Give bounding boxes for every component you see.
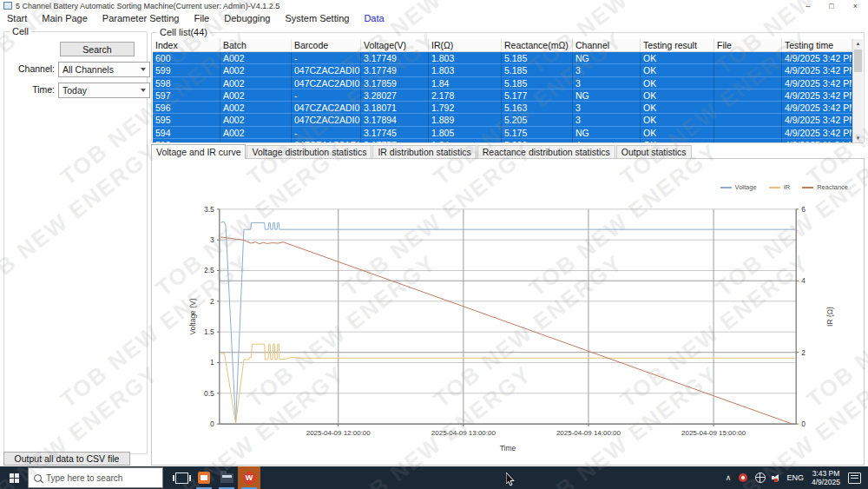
table-row[interactable]: 597A002-3.280272.1785.177NGOK4/9/2025 3:… <box>153 89 852 102</box>
right-panel: Cell list(44) IndexBatchBarcodeVoltage(V… <box>149 24 868 466</box>
cell-voltage-v: 3.18071 <box>361 102 429 114</box>
minimize-button[interactable]: – <box>806 2 810 10</box>
channel-select[interactable]: All Channels <box>58 62 150 77</box>
search-button[interactable]: Search <box>60 42 135 56</box>
table-row-partial[interactable]: 593-047CZA1C2ADI05...3.177571.845.0664OK… <box>153 139 852 142</box>
svg-text:2025-04-09 14:00:00: 2025-04-09 14:00:00 <box>556 429 621 437</box>
column-header-testing-time[interactable]: Testing time <box>782 39 852 52</box>
cell-index: 599 <box>153 64 220 76</box>
table-row[interactable]: 598A002047CZAC2ADI05...3.178591.845.1853… <box>153 77 852 89</box>
column-header-index[interactable]: Index <box>153 39 220 52</box>
cell-ir: 2.178 <box>429 89 502 102</box>
table-row[interactable]: 599A002047CZAC2ADI05...3.177491.8035.185… <box>153 64 852 76</box>
close-button[interactable]: × <box>853 2 858 10</box>
channel-select-value: All Channels <box>62 64 114 75</box>
cell-testing-result: OK <box>641 52 714 64</box>
scroll-up-icon[interactable]: ▲ <box>853 39 863 48</box>
table-row[interactable]: 600A002-3.177491.8035.185NGOK4/9/2025 3:… <box>153 52 852 64</box>
svg-text:0: 0 <box>210 420 214 428</box>
cell-channel: NG <box>573 89 641 102</box>
chart-panel: 00.511.522.533.502462025-04-09 12:00:002… <box>151 158 865 466</box>
tab-output-statistics[interactable]: Output statistics <box>616 145 692 159</box>
cell-batch: A002 <box>220 127 292 139</box>
cell-testing-result: OK <box>641 64 714 76</box>
action-center-icon[interactable] <box>848 472 861 484</box>
clock-time: 3:43 PM <box>812 469 840 478</box>
tab-ir-distribution-statistics[interactable]: IR distribution statistics <box>372 145 476 159</box>
scroll-down-icon[interactable]: ▼ <box>853 134 863 142</box>
legend-item-reactance: Reactance <box>802 183 848 191</box>
maximize-button[interactable]: □ <box>829 2 833 10</box>
volume-muted-icon[interactable] <box>773 474 779 481</box>
start-button[interactable] <box>0 466 28 489</box>
cell-file <box>714 102 782 114</box>
presentation-app-icon <box>198 472 210 484</box>
menu-item-file[interactable]: File <box>194 13 209 23</box>
cell-ir: 1.792 <box>429 102 502 114</box>
table-scrollbar[interactable]: ▲ ▼ <box>852 39 863 142</box>
window-title: 5 Channel Battery Automatic Sorting Mach… <box>16 2 806 10</box>
series-ir <box>220 344 795 423</box>
taskbar-app-presentation[interactable] <box>193 466 215 489</box>
voltage-ir-chart: 00.511.522.533.502462025-04-09 12:00:002… <box>152 159 864 465</box>
cell-testing-time: 4/9/2025 3:42 PM <box>782 52 852 64</box>
cell-testing-time: 4/9/2025 3:42 PM <box>782 102 852 114</box>
cell-testing-time: 4/9/2025 3:42 PM <box>782 114 852 126</box>
legend-item-voltage: Voltage <box>720 183 757 191</box>
cell-groupbox: Cell Search Channel: All Channels Time: … <box>3 31 148 454</box>
table-row[interactable]: 594A002-3.177451.8055.175NGOK4/9/2025 3:… <box>153 127 852 139</box>
column-header-barcode[interactable]: Barcode <box>292 39 361 52</box>
cell-channel: NG <box>573 52 641 64</box>
scrollbar-thumb[interactable] <box>854 50 862 72</box>
column-header-ir[interactable]: IR(Ω) <box>429 39 502 52</box>
column-header-file[interactable]: File <box>714 39 782 52</box>
cell-file <box>714 64 782 76</box>
cell-file <box>714 52 782 64</box>
cell-testing-result: OK <box>641 89 714 102</box>
cell-voltage-v: 3.17749 <box>361 64 429 76</box>
tab-voltage-distribution-statistics[interactable]: Voltage distribution statistics <box>247 145 372 159</box>
svg-text:2.5: 2.5 <box>204 266 214 274</box>
svg-text:0: 0 <box>801 420 806 428</box>
menu-item-debugging[interactable]: Debugging <box>224 13 270 23</box>
taskbar-app-wps[interactable]: W <box>238 466 260 489</box>
menu-item-parameter-setting[interactable]: Parameter Setting <box>102 13 180 23</box>
network-icon[interactable] <box>755 472 766 483</box>
task-view-button[interactable] <box>170 466 193 489</box>
svg-text:2025-04-09 15:00:00: 2025-04-09 15:00:00 <box>681 429 746 437</box>
time-select[interactable]: Today <box>58 83 150 98</box>
legend-item-ir: IR <box>769 183 791 191</box>
menu-item-system-setting[interactable]: System Setting <box>285 13 349 23</box>
column-header-channel[interactable]: Channel <box>573 39 641 52</box>
app-icon <box>3 2 12 10</box>
cell-index: 593 <box>153 139 220 142</box>
menu-item-start[interactable]: Start <box>7 13 27 23</box>
system-tray: ∧ ENG 3:43 PM 4/9/2025 <box>726 469 868 486</box>
export-csv-button[interactable]: Output all data to CSV file <box>3 452 130 466</box>
tray-expand-icon[interactable]: ∧ <box>726 473 732 482</box>
table-row[interactable]: 595A002047CZAC2ADI05...3.178941.8895.205… <box>153 114 852 126</box>
series-reactance <box>220 237 792 424</box>
column-header-testing-result[interactable]: Testing result <box>641 39 714 52</box>
taskbar-app-file-explorer[interactable] <box>215 466 238 489</box>
taskbar-search[interactable]: Type here to search <box>28 467 163 488</box>
antivirus-tray-icon[interactable] <box>739 473 747 482</box>
cell-voltage-v: 3.17859 <box>361 77 429 89</box>
table-row[interactable]: 596A002047CZAC2ADI05...3.180711.7925.163… <box>153 102 852 114</box>
taskbar-clock[interactable]: 3:43 PM 4/9/2025 <box>812 469 840 486</box>
cell-ir: 1.84 <box>429 139 502 142</box>
column-header-batch[interactable]: Batch <box>220 39 292 52</box>
cell-index: 597 <box>153 89 220 102</box>
cell-barcode: 047CZAC2ADI05... <box>292 102 361 114</box>
cell-reactance-m: 5.205 <box>502 114 573 126</box>
cell-batch: A002 <box>220 77 292 89</box>
language-indicator[interactable]: ENG <box>786 473 804 482</box>
menu-item-main-page[interactable]: Main Page <box>42 13 88 23</box>
menu-item-data[interactable]: Data <box>364 13 384 23</box>
tab-reactance-distribution-statistics[interactable]: Reactance distribution statistics <box>477 145 615 159</box>
column-header-voltage-v[interactable]: Voltage(V) <box>361 39 429 52</box>
tab-voltage-and-ir-curve[interactable]: Voltage and IR curve <box>151 144 246 159</box>
cell-reactance-m: 5.185 <box>502 77 573 89</box>
column-header-reactance-m[interactable]: Reactance(mΩ) <box>502 39 573 52</box>
cell-batch: - <box>220 139 292 142</box>
